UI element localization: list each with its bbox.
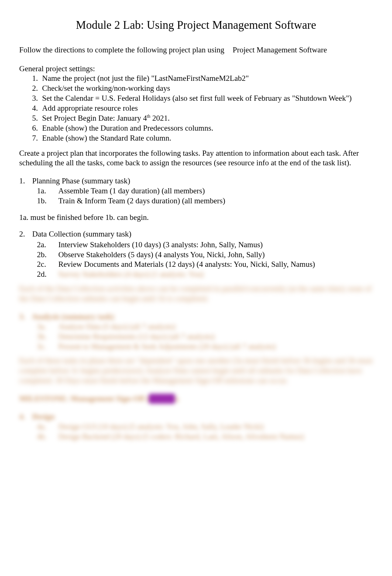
subtask-row: 2c.Review Documents and Materials (12 da… <box>37 259 315 269</box>
subtask-row: 3c.Present to Management & Seek Adjustme… <box>37 342 276 352</box>
phase-4-title: Design <box>32 412 55 421</box>
phase-3-title: Analysis (summary task) <box>32 312 114 321</box>
subtask-idx: 3a. <box>37 322 58 332</box>
milestone-suffix: ). <box>175 394 179 403</box>
subtask-idx: 4a. <box>37 422 58 432</box>
subtask-row: 4b.Design Backend (20 days) (5 coders: R… <box>37 432 304 442</box>
phase-3-note-blurred: Each of these tasks in phase three are "… <box>19 356 373 386</box>
setting-item-1: Name the project (not just the file) "La… <box>40 73 373 83</box>
subtask-idx: 3c. <box>37 342 58 352</box>
subtask-idx: 2d. <box>37 269 58 279</box>
subtask-idx: 2b. <box>37 250 58 260</box>
phase-1-note: 1a. must be finished before 1b. can begi… <box>19 213 373 223</box>
setting-item-2: Check/set the working/non-working days <box>40 83 373 93</box>
create-plan-paragraph: Create a project plan that incorporates … <box>19 148 373 168</box>
subtask-row: 1a.Assemble Team (1 day duration) (all m… <box>37 186 225 196</box>
intro-prefix: Follow the directions to complete the fo… <box>19 45 224 54</box>
phase-2-title: Data Collection (summary task) <box>32 230 131 238</box>
setting-item-4: Add appropriate resource roles <box>40 103 373 113</box>
intro-suffix: Project Management Software <box>233 45 327 54</box>
milestone-pill: xxxxxx <box>149 394 175 404</box>
subtask-idx: 2a. <box>37 240 58 250</box>
phase-3-heading-blurred: 3. Analysis (summary task) <box>19 312 373 322</box>
subtask-text: Assemble Team (1 day duration) (all memb… <box>58 186 225 196</box>
subtask-text: Design GUI (10 days) (5 analysts: You, J… <box>58 422 304 432</box>
setting-item-3: Set the Calendar = U.S. Federal Holidays… <box>40 93 373 103</box>
phase-2-subtasks: 2a.Interview Stakeholders (10 days) (3 a… <box>37 240 315 280</box>
milestone-line-blurred: MILESTONE: Management Sign-Off (xxxxxx). <box>19 394 373 404</box>
subtask-row: 2a.Interview Stakeholders (10 days) (3 a… <box>37 240 315 250</box>
subtask-row: 2b.Observe Stakeholders (5 days) (4 anal… <box>37 250 315 260</box>
subtask-idx: 2c. <box>37 259 58 269</box>
subtask-text-blurred: Survey Stakeholders (4 days) (1 analysts… <box>58 269 315 279</box>
phase-3-subtasks-blurred: 3a.Analyze Data (5 days) (all 7 analysts… <box>37 322 276 352</box>
phase-1-heading: 1. Planning Phase (summary task) <box>19 176 373 186</box>
setting-item-5: Set Project Begin Date: January 4th 2021… <box>40 113 373 123</box>
subtask-text: Train & Inform Team (2 days duration) (a… <box>58 196 225 206</box>
phase-4-num: 4. <box>19 412 30 422</box>
setting-item-6: Enable (show) the Duration and Predecess… <box>40 123 373 133</box>
page-title: Module 2 Lab: Using Project Management S… <box>19 18 373 32</box>
phase-3-num: 3. <box>19 312 30 322</box>
subtask-text: Review Documents and Materials (12 days)… <box>58 259 315 269</box>
subtask-row: 3b.Determine Requirements (12 days) (all… <box>37 332 276 342</box>
phase-4-subtasks-blurred: 4a.Design GUI (10 days) (5 analysts: You… <box>37 422 304 442</box>
phase-1-subtasks: 1a.Assemble Team (1 day duration) (all m… <box>37 186 225 206</box>
subtask-idx: 4b. <box>37 432 58 442</box>
subtask-text: Present to Management & Seek Adjustments… <box>58 342 276 352</box>
subtask-idx: 1b. <box>37 196 58 206</box>
phase-2-heading: 2. Data Collection (summary task) <box>19 229 373 239</box>
phase-1-num: 1. <box>19 176 30 186</box>
phase-2-note-blurred: Each of the Data Collection activities a… <box>19 284 373 304</box>
subtask-row: 1b.Train & Inform Team (2 days duration)… <box>37 196 225 206</box>
subtask-text: Design Backend (20 days) (5 coders: Rich… <box>58 432 304 442</box>
subtask-idx: 3b. <box>37 332 58 342</box>
subtask-text: Observe Stakeholders (5 days) (4 analyst… <box>58 250 315 260</box>
phase-1-title: Planning Phase (summary task) <box>32 176 130 185</box>
general-settings-label: General project settings: <box>19 64 373 74</box>
subtask-row: 4a.Design GUI (10 days) (5 analysts: You… <box>37 422 304 432</box>
subtask-idx: 1a. <box>37 186 58 196</box>
subtask-row: 2d.Survey Stakeholders (4 days) (1 analy… <box>37 269 315 279</box>
phase-2-num: 2. <box>19 229 30 239</box>
intro-paragraph: Follow the directions to complete the fo… <box>19 45 373 55</box>
date-superscript: th <box>147 114 150 119</box>
subtask-text: Analyze Data (5 days) (all 7 analysts) <box>58 322 276 332</box>
general-settings-list: Name the project (not just the file) "La… <box>40 73 373 143</box>
phase-4-heading-blurred: 4. Design <box>19 412 373 422</box>
setting-item-7: Enable (show) the Standard Rate column. <box>40 133 373 143</box>
milestone-prefix: MILESTONE: Management Sign-Off ( <box>19 394 149 403</box>
subtask-text: Determine Requirements (12 days) (all 7 … <box>58 332 276 342</box>
subtask-text: Interview Stakeholders (10 days) (3 anal… <box>58 240 315 250</box>
subtask-row: 3a.Analyze Data (5 days) (all 7 analysts… <box>37 322 276 332</box>
